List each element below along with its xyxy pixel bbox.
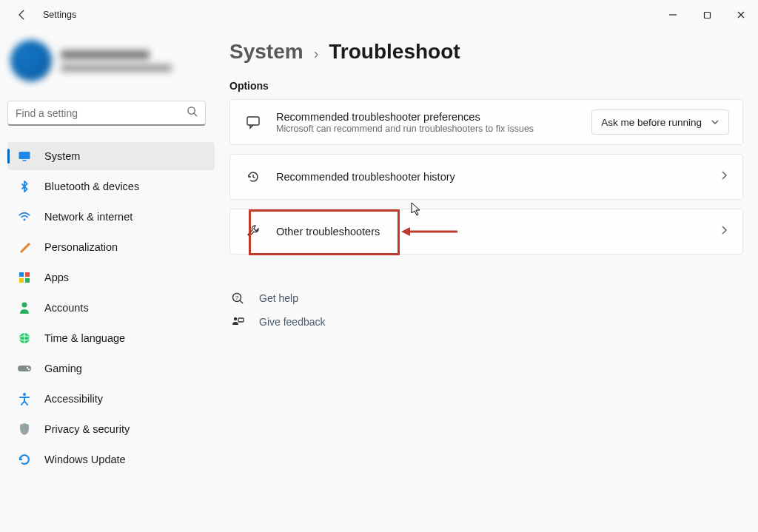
arrow-left-icon — [16, 9, 28, 21]
sidebar-item-label: Windows Update — [44, 454, 126, 465]
window-title: Settings — [43, 10, 76, 20]
gamepad-icon — [16, 360, 33, 377]
breadcrumb-parent[interactable]: System — [229, 40, 303, 64]
svg-rect-9 — [19, 278, 24, 283]
back-button[interactable] — [12, 4, 33, 25]
sidebar-item-label: System — [44, 150, 80, 162]
bluetooth-icon — [16, 178, 33, 195]
chevron-right-icon — [719, 225, 729, 238]
wrench-icon — [244, 222, 263, 241]
search-input[interactable] — [16, 107, 187, 119]
avatar — [10, 40, 52, 81]
sidebar-item-label: Network & internet — [44, 211, 133, 223]
give-feedback-label: Give feedback — [259, 316, 326, 328]
help-icon: ? — [229, 292, 246, 305]
sidebar-item-apps[interactable]: Apps — [7, 263, 215, 292]
user-block[interactable] — [7, 34, 215, 89]
svg-point-2 — [188, 107, 195, 114]
minimize-icon — [668, 10, 677, 19]
sidebar-item-label: Gaming — [44, 363, 82, 374]
get-help-link[interactable]: ? Get help — [229, 292, 743, 305]
get-help-label: Get help — [259, 292, 298, 304]
sidebar-item-system[interactable]: System — [7, 142, 215, 170]
option-title: Recommended troubleshooter history — [276, 171, 719, 183]
svg-rect-8 — [25, 272, 30, 277]
give-feedback-link[interactable]: Give feedback — [229, 315, 743, 329]
history-icon — [244, 167, 263, 186]
svg-rect-4 — [19, 152, 30, 159]
sidebar: System Bluetooth & devices Network & int… — [0, 30, 222, 532]
accessibility-icon — [16, 391, 33, 407]
svg-point-11 — [22, 303, 27, 308]
person-icon — [16, 300, 33, 316]
breadcrumb: System › Troubleshoot — [229, 40, 743, 64]
apps-icon — [16, 269, 33, 286]
sidebar-item-gaming[interactable]: Gaming — [7, 354, 215, 383]
sidebar-item-bluetooth[interactable]: Bluetooth & devices — [7, 172, 215, 201]
svg-line-3 — [194, 113, 197, 116]
sidebar-item-label: Accounts — [44, 302, 89, 314]
sidebar-item-label: Accessibility — [44, 393, 103, 405]
sidebar-item-label: Privacy & security — [44, 423, 130, 435]
display-icon — [16, 148, 33, 164]
sidebar-item-accounts[interactable]: Accounts — [7, 294, 215, 322]
main-panel: System › Troubleshoot Options Recommende… — [222, 30, 758, 532]
option-other-troubleshooters[interactable]: Other troubleshooters — [229, 209, 743, 255]
option-recommended-history[interactable]: Recommended troubleshooter history — [229, 154, 743, 200]
sidebar-item-label: Time & language — [44, 332, 125, 344]
preference-select[interactable]: Ask me before running — [591, 110, 729, 135]
svg-line-22 — [240, 300, 243, 303]
feedback-icon — [229, 315, 246, 329]
sidebar-item-time-language[interactable]: Time & language — [7, 324, 215, 352]
sidebar-item-network[interactable]: Network & internet — [7, 203, 215, 231]
maximize-button[interactable] — [690, 0, 724, 30]
user-email — [61, 64, 172, 72]
svg-point-23 — [234, 317, 237, 320]
chevron-down-icon — [711, 118, 720, 127]
svg-rect-7 — [19, 272, 24, 277]
chevron-right-icon: › — [314, 45, 319, 62]
maximize-icon — [703, 11, 711, 19]
option-title: Other troubleshooters — [276, 226, 719, 238]
brush-icon — [16, 239, 33, 255]
sidebar-item-label: Bluetooth & devices — [44, 181, 139, 192]
update-icon — [16, 451, 33, 468]
chevron-right-icon — [719, 170, 729, 183]
svg-text:?: ? — [235, 294, 239, 301]
svg-rect-10 — [25, 278, 30, 283]
user-name — [61, 50, 150, 59]
sidebar-item-windows-update[interactable]: Windows Update — [7, 445, 215, 474]
option-title: Recommended troubleshooter preferences — [276, 111, 591, 123]
page-title: Troubleshoot — [329, 40, 460, 64]
svg-rect-1 — [704, 12, 710, 18]
chat-icon — [244, 112, 263, 132]
shield-icon — [16, 421, 33, 437]
section-label: Options — [229, 80, 743, 92]
sidebar-item-label: Apps — [44, 272, 69, 283]
svg-point-6 — [24, 219, 26, 221]
select-value: Ask me before running — [601, 117, 702, 128]
close-button[interactable] — [724, 0, 758, 30]
sidebar-item-privacy[interactable]: Privacy & security — [7, 415, 215, 443]
search-input-wrapper[interactable] — [7, 101, 206, 126]
option-recommended-preferences[interactable]: Recommended troubleshooter preferences M… — [229, 99, 743, 145]
option-subtitle: Microsoft can recommend and run troubles… — [276, 124, 591, 134]
close-icon — [737, 10, 745, 19]
nav-list: System Bluetooth & devices Network & int… — [7, 142, 215, 474]
globe-icon — [16, 330, 33, 346]
sidebar-item-personalization[interactable]: Personalization — [7, 233, 215, 261]
sidebar-item-label: Personalization — [44, 241, 118, 253]
sidebar-item-accessibility[interactable]: Accessibility — [7, 385, 215, 413]
minimize-button[interactable] — [656, 0, 690, 30]
svg-point-16 — [27, 367, 28, 368]
svg-point-18 — [23, 393, 26, 396]
search-icon — [187, 106, 198, 120]
svg-point-17 — [28, 368, 30, 370]
svg-rect-19 — [247, 117, 259, 125]
svg-rect-5 — [23, 160, 27, 161]
wifi-icon — [16, 209, 33, 225]
svg-rect-24 — [238, 318, 244, 322]
